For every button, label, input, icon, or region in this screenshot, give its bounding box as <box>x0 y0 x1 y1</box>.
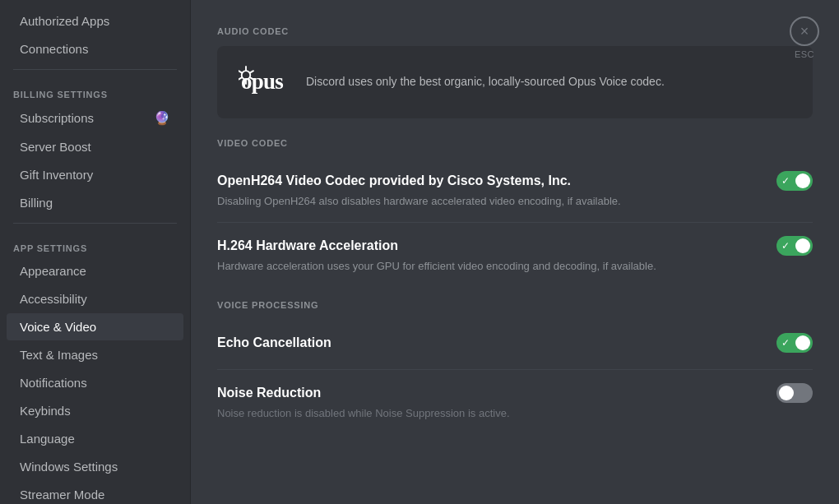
sidebar-item-label-voice-video: Voice & Video <box>20 320 170 334</box>
sidebar-item-label-appearance: Appearance <box>20 264 170 278</box>
sidebar-item-text-images[interactable]: Text & Images <box>7 341 183 368</box>
sidebar-item-label-notifications: Notifications <box>20 376 170 390</box>
toggle-h264-hw[interactable]: ✓ <box>776 236 813 256</box>
setting-row-h264-hw: H.264 Hardware Acceleration✓Hardware acc… <box>217 223 813 287</box>
svg-text:opus: opus <box>241 69 283 94</box>
opus-logo: opus <box>237 62 290 102</box>
toggle-check-h264-hw: ✓ <box>781 240 790 252</box>
esc-label: ESC <box>795 49 814 59</box>
sidebar-item-connections[interactable]: Connections <box>7 35 183 62</box>
sidebar-item-keybinds[interactable]: Keybinds <box>7 397 183 424</box>
sidebar-item-label-keybinds: Keybinds <box>20 404 170 418</box>
setting-desc-openh264: Disabling OpenH264 also disables hardwar… <box>217 194 813 209</box>
sidebar-item-gift-inventory[interactable]: Gift Inventory <box>7 161 183 188</box>
setting-title-h264-hw: H.264 Hardware Acceleration <box>217 238 398 253</box>
sidebar-item-label-billing: Billing <box>20 196 170 210</box>
toggle-openh264[interactable]: ✓ <box>776 171 813 191</box>
sidebar-item-label-language: Language <box>20 432 170 446</box>
sidebar-item-label-gift-inventory: Gift Inventory <box>20 168 170 182</box>
toggle-knob-noise-reduction <box>779 386 794 400</box>
setting-desc-noise-reduction: Noise reduction is disabled while Noise … <box>217 406 813 421</box>
opus-description: Discord uses only the best organic, loca… <box>306 74 665 90</box>
sidebar-item-subscriptions[interactable]: Subscriptions🔮 <box>7 104 183 132</box>
toggle-knob-h264-hw <box>795 238 810 253</box>
billing-section-label: BILLING SETTINGS <box>0 76 190 103</box>
sidebar-item-streamer-mode[interactable]: Streamer Mode <box>7 481 183 504</box>
esc-button[interactable]: × ESC <box>790 16 819 59</box>
sidebar-item-authorized-apps[interactable]: Authorized Apps <box>7 7 183 35</box>
sidebar-divider-app <box>13 223 177 224</box>
nitro-badge-icon: 🔮 <box>154 110 170 126</box>
sidebar-item-server-boost[interactable]: Server Boost <box>7 133 183 160</box>
sidebar-item-label-windows-settings: Windows Settings <box>20 460 170 474</box>
setting-row-echo-cancellation: Echo Cancellation✓ <box>217 320 813 370</box>
setting-row-noise-reduction: Noise ReductionNoise reduction is disabl… <box>217 370 813 434</box>
sidebar-item-voice-video[interactable]: Voice & Video <box>7 313 183 340</box>
sidebar-item-appearance[interactable]: Appearance <box>7 257 183 284</box>
voice-processing-header: VOICE PROCESSING <box>217 300 813 310</box>
setting-row-top-openh264: OpenH264 Video Codec provided by Cisco S… <box>217 171 813 191</box>
setting-title-noise-reduction: Noise Reduction <box>217 386 321 400</box>
sidebar-item-label-streamer-mode: Streamer Mode <box>20 488 170 502</box>
toggle-knob-echo-cancellation <box>795 335 810 350</box>
app-section-label: APP SETTINGS <box>0 230 190 257</box>
sidebar-item-label-accessibility: Accessibility <box>20 292 170 306</box>
opus-card: opus Discord uses only the best organic,… <box>217 46 813 118</box>
sidebar-item-label-text-images: Text & Images <box>20 348 170 362</box>
audio-codec-header: AUDIO CODEC <box>217 26 813 36</box>
setting-title-openh264: OpenH264 Video Codec provided by Cisco S… <box>217 173 571 188</box>
esc-circle[interactable]: × <box>790 16 819 46</box>
toggle-check-echo-cancellation: ✓ <box>781 337 790 349</box>
setting-row-top-echo-cancellation: Echo Cancellation✓ <box>217 333 813 353</box>
toggle-knob-openh264 <box>795 173 810 188</box>
toggle-check-openh264: ✓ <box>781 175 790 187</box>
sidebar-item-label-authorized-apps: Authorized Apps <box>20 14 170 28</box>
setting-row-openh264: OpenH264 Video Codec provided by Cisco S… <box>217 158 813 223</box>
video-settings-container: OpenH264 Video Codec provided by Cisco S… <box>217 158 813 287</box>
sidebar-item-label-subscriptions: Subscriptions <box>20 111 154 125</box>
setting-desc-h264-hw: Hardware acceleration uses your GPU for … <box>217 259 813 274</box>
setting-title-echo-cancellation: Echo Cancellation <box>217 335 331 350</box>
esc-icon: × <box>800 23 809 40</box>
sidebar-divider-billing <box>13 69 177 70</box>
toggle-noise-reduction[interactable] <box>776 383 813 403</box>
sidebar-item-label-connections: Connections <box>20 42 170 56</box>
video-codec-header: VIDEO CODEC <box>217 138 813 148</box>
sidebar-item-label-server-boost: Server Boost <box>20 140 170 154</box>
sidebar-item-language[interactable]: Language <box>7 425 183 452</box>
sidebar: Authorized AppsConnections BILLING SETTI… <box>0 0 191 504</box>
sidebar-item-accessibility[interactable]: Accessibility <box>7 285 183 312</box>
sidebar-item-windows-settings[interactable]: Windows Settings <box>7 453 183 480</box>
setting-row-top-h264-hw: H.264 Hardware Acceleration✓ <box>217 236 813 256</box>
main-content: × ESC AUDIO CODEC opus Discord uses only… <box>191 0 839 504</box>
sidebar-item-notifications[interactable]: Notifications <box>7 369 183 396</box>
voice-settings-container: Echo Cancellation✓Noise ReductionNoise r… <box>217 320 813 434</box>
toggle-echo-cancellation[interactable]: ✓ <box>776 333 813 353</box>
setting-row-top-noise-reduction: Noise Reduction <box>217 383 813 403</box>
sidebar-item-billing[interactable]: Billing <box>7 189 183 216</box>
